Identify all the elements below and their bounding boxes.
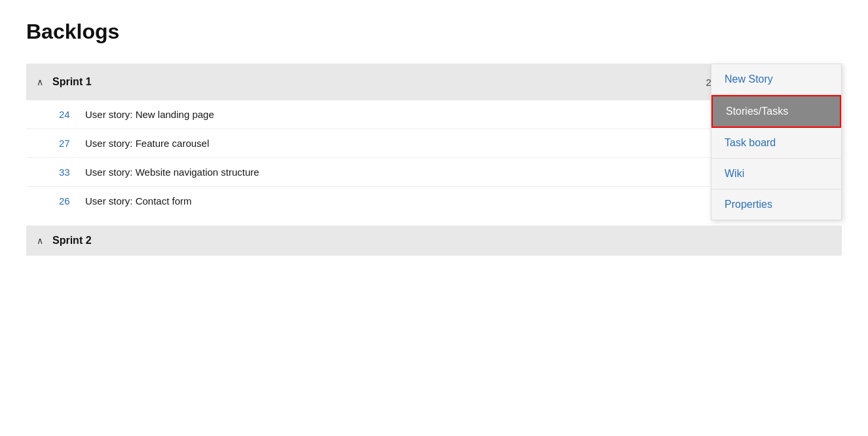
sprint-2-collapse-icon[interactable]: ∧: [37, 235, 43, 246]
menu-item-properties[interactable]: Properties: [711, 189, 841, 220]
story-id[interactable]: 27: [59, 138, 85, 149]
sprint-block-2: ∧ Sprint 2: [26, 226, 842, 256]
story-id[interactable]: 24: [59, 109, 85, 120]
page-title: Backlogs: [26, 20, 842, 44]
story-title: User story: Website navigation structure: [85, 167, 259, 178]
sprint-2-header: ∧ Sprint 2: [26, 226, 842, 256]
sprint-context-menu: New Story Stories/Tasks Task board Wiki …: [711, 64, 842, 220]
menu-item-wiki[interactable]: Wiki: [711, 159, 841, 189]
menu-item-new-story[interactable]: New Story: [711, 64, 841, 95]
sprint-2-name: Sprint 2: [52, 235, 831, 247]
story-title: User story: New landing page: [85, 109, 214, 120]
story-title: User story: Contact form: [85, 195, 192, 207]
menu-item-stories-tasks[interactable]: Stories/Tasks: [711, 95, 841, 128]
story-id[interactable]: 33: [59, 167, 85, 178]
sprint-1-collapse-icon[interactable]: ∧: [37, 77, 43, 87]
story-title: User story: Feature carousel: [85, 138, 209, 149]
story-id[interactable]: 26: [59, 195, 85, 207]
backlog-list: ∧ Sprint 1 2019-09-02 12 ▲ New Story Sto…: [26, 64, 842, 256]
sprint-block-1: ∧ Sprint 1 2019-09-02 12 ▲ New Story Sto…: [26, 64, 842, 215]
sprint-1-header: ∧ Sprint 1 2019-09-02 12 ▲ New Story Sto…: [26, 64, 842, 100]
sprint-1-name: Sprint 1: [52, 76, 706, 88]
menu-item-task-board[interactable]: Task board: [711, 128, 841, 159]
